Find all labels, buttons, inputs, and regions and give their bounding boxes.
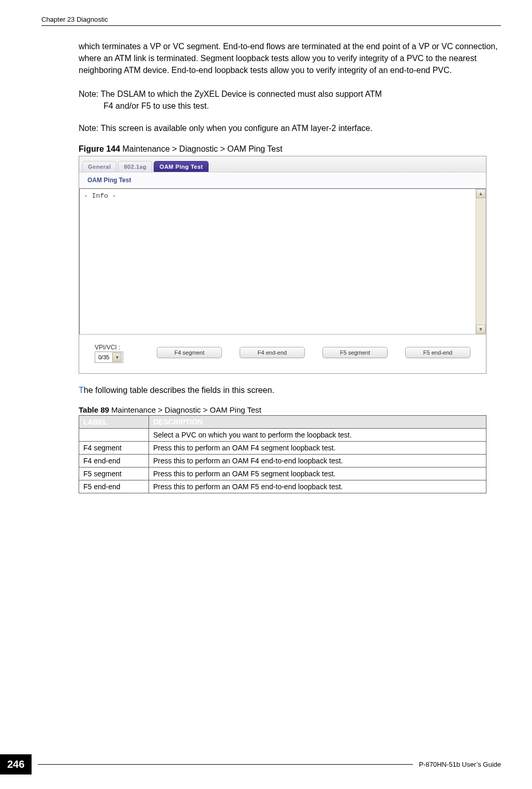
scroll-up-icon[interactable]: ▲: [476, 189, 485, 198]
table-intro: The following table describes the fields…: [79, 384, 501, 396]
f5-segment-button[interactable]: F5 segment: [322, 347, 388, 358]
table-number: Table 89: [79, 405, 111, 414]
vpivci-group: VPI/VCI : 0/35 ▼: [95, 342, 139, 363]
table-row: F5 segment Press this to perform an OAM …: [79, 467, 486, 480]
cell-label: F4 segment: [79, 442, 149, 455]
vpivci-label: VPI/VCI :: [95, 344, 120, 351]
section-title: OAM Ping Test: [79, 172, 486, 188]
note-2: Note: This screen is available only when…: [79, 122, 501, 134]
scroll-down-icon[interactable]: ▼: [476, 325, 485, 334]
th-label: LABEL: [79, 416, 149, 429]
note-1: Note: The DSLAM to which the ZyXEL Devic…: [79, 88, 501, 112]
tab-general[interactable]: General: [82, 161, 116, 172]
page-number: 246: [0, 754, 32, 775]
controls-row: VPI/VCI : 0/35 ▼ F4 segment F4 end-end F…: [79, 334, 486, 373]
screenshot-panel: General 802.1ag OAM Ping Test OAM Ping T…: [79, 156, 486, 374]
f4-segment-button[interactable]: F4 segment: [157, 347, 222, 358]
chevron-down-icon: ▼: [112, 353, 122, 362]
table-row: Select a PVC on which you want to perfor…: [79, 429, 486, 442]
dropcap-letter: T: [79, 386, 84, 394]
cell-desc: Press this to perform an OAM F4 end-to-e…: [149, 455, 486, 467]
tab-bar: General 802.1ag OAM Ping Test: [79, 156, 486, 172]
cell-desc: Press this to perform an OAM F5 segment …: [149, 467, 486, 480]
note-label: Note:: [79, 90, 100, 98]
cell-label: F5 segment: [79, 467, 149, 480]
output-text: - Info -: [80, 189, 485, 203]
cell-desc: Press this to perform an OAM F4 segment …: [149, 442, 486, 455]
vpivci-select[interactable]: 0/35 ▼: [95, 352, 123, 363]
vpivci-value: 0/35: [98, 354, 109, 360]
figure-title: Maintenance > Diagnostic > OAM Ping Test: [122, 144, 282, 153]
figure-caption: Figure 144 Maintenance > Diagnostic > OA…: [79, 144, 501, 154]
table-row: F5 end-end Press this to perform an OAM …: [79, 480, 486, 493]
table-intro-rest: he following table describes the fields …: [84, 386, 274, 394]
f4-end-end-button[interactable]: F4 end-end: [240, 347, 305, 358]
guide-name: P-870HN-51b User’s Guide: [419, 761, 501, 768]
table-title: Maintenance > Diagnostic > OAM Ping Test: [111, 405, 261, 414]
note-2-text: This screen is available only when you c…: [100, 124, 372, 133]
cell-label: [79, 429, 149, 442]
figure-number: Figure 144: [79, 144, 122, 153]
footer-rule: [38, 764, 412, 765]
output-textarea[interactable]: - Info - ▲ ▼: [79, 188, 486, 334]
note-1-line-a: The DSLAM to which the ZyXEL Device is c…: [100, 90, 381, 98]
intro-paragraph: which terminates a VP or VC segment. End…: [79, 40, 501, 77]
note-1-line-b: F4 and/or F5 to use this test.: [79, 100, 501, 112]
table-row: F4 end-end Press this to perform an OAM …: [79, 455, 486, 467]
table-caption: Table 89 Maintenance > Diagnostic > OAM …: [79, 405, 501, 414]
tab-8021ag[interactable]: 802.1ag: [118, 161, 152, 172]
tab-oam-ping-test[interactable]: OAM Ping Test: [154, 161, 209, 172]
table-row: F4 segment Press this to perform an OAM …: [79, 442, 486, 455]
th-description: DESCRIPTION: [149, 416, 486, 429]
description-table: LABEL DESCRIPTION Select a PVC on which …: [79, 415, 486, 493]
running-header: Chapter 23 Diagnostic: [41, 16, 501, 26]
note-label: Note:: [79, 124, 100, 133]
page-footer: 246 P-870HN-51b User’s Guide: [0, 754, 501, 775]
cell-desc: Select a PVC on which you want to perfor…: [149, 429, 486, 442]
cell-label: F4 end-end: [79, 455, 149, 467]
f5-end-end-button[interactable]: F5 end-end: [405, 347, 470, 358]
chapter-title: Chapter 23 Diagnostic: [41, 16, 108, 23]
cell-desc: Press this to perform an OAM F5 end-to-e…: [149, 480, 486, 493]
scrollbar[interactable]: ▲ ▼: [476, 189, 485, 334]
cell-label: F5 end-end: [79, 480, 149, 493]
